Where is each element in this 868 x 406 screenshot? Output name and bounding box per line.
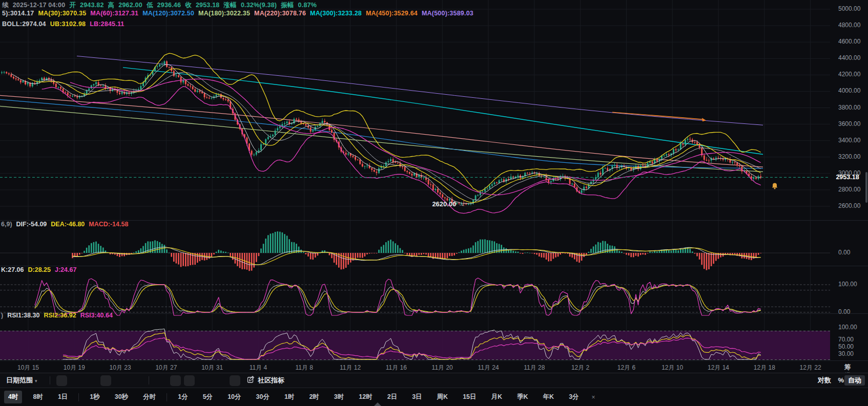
text-segment: 涨幅 xyxy=(223,2,236,9)
time-axis-label: 11月 20 xyxy=(432,364,453,372)
time-axis-label: 11月 16 xyxy=(386,364,407,372)
price-axis-label: 4200.00 xyxy=(838,71,860,78)
rsi-values-label: )RSI1:38.30RSI2:36.92RSI3:40.64 xyxy=(1,312,117,319)
trend-line-MA450 xyxy=(612,112,703,119)
price-axis-label: 4800.00 xyxy=(838,22,860,29)
text-segment: MA(60):3127.31 xyxy=(90,10,138,17)
price-axis-label: 2800.00 xyxy=(838,186,860,193)
timeframe-button-分时[interactable]: 分时 xyxy=(139,391,160,403)
macd-layer xyxy=(72,231,761,271)
text-segment: RSI2:36.92 xyxy=(44,312,76,319)
log-scale-button[interactable]: 对数 xyxy=(818,373,831,388)
timeframe-button-4时[interactable]: 4时 xyxy=(4,391,22,403)
text-segment: 5):3014.17 xyxy=(2,10,34,17)
text-segment: 收 xyxy=(185,2,192,9)
time-axis-label: 10月 31 xyxy=(201,364,223,372)
toolbar-icon-placeholder[interactable] xyxy=(170,375,181,386)
text-segment: J:24.67 xyxy=(55,266,76,273)
time-axis-label: 10月 27 xyxy=(155,364,177,372)
time-axis-label: 12月 18 xyxy=(754,364,775,372)
indicator-axis-label: 30.00 xyxy=(838,350,854,357)
text-segment: DEA:-46.80 xyxy=(51,221,85,228)
timeframe-button-周K[interactable]: 周K xyxy=(433,391,452,403)
timeframe-button-×[interactable]: × xyxy=(590,392,597,403)
text-segment: UB:3102.98 xyxy=(50,20,86,28)
ma-info-line: 5):3014.17MA(30):3070.35MA(60):3127.31MA… xyxy=(2,10,478,17)
text-segment: MA(120):3072.50 xyxy=(142,10,194,17)
indicator-axis-label: 0.00 xyxy=(838,249,850,256)
annotation-layer: 2620.00 → xyxy=(432,200,465,208)
time-axis-label: 12月 2 xyxy=(571,364,589,372)
chart-canvas[interactable]: 2620.00 → xyxy=(0,0,868,373)
timeframe-button-2日[interactable]: 2日 xyxy=(383,391,401,403)
percent-scale-button[interactable]: % xyxy=(838,373,844,388)
timeframe-button-2时[interactable]: 2时 xyxy=(305,391,323,403)
date-range-button[interactable]: 日期范围▾ xyxy=(6,373,37,388)
indicator-axis-label: 100.00 xyxy=(838,324,857,331)
timeframe-divider xyxy=(167,393,167,401)
text-segment: 6,9) xyxy=(1,221,12,228)
timeframe-button-3分[interactable]: 3分 xyxy=(565,391,583,403)
text-segment: MACD:-14.58 xyxy=(89,221,128,228)
toolbar-icon-placeholder[interactable] xyxy=(100,375,111,386)
text-segment: 低 xyxy=(147,2,153,9)
timeframe-button-30分[interactable]: 30分 xyxy=(252,391,274,403)
timeframe-button-1时[interactable]: 1时 xyxy=(280,391,298,403)
low-price-annotation: 2620.00 → xyxy=(432,200,465,208)
kdj-layer xyxy=(35,278,761,315)
timeframe-button-8时[interactable]: 8时 xyxy=(29,391,47,403)
toolbar-row: 日期范围▾ 社区指标 对数 % 自动 xyxy=(0,373,868,388)
boll-info-line: BOLL:2974.04UB:3102.98LB:2845.11 xyxy=(2,20,129,28)
timeframe-button-季K[interactable]: 季K xyxy=(513,391,532,403)
timeframe-button-12时[interactable]: 12时 xyxy=(355,391,376,403)
trend-lines-layer xyxy=(0,56,763,172)
alert-bell-icon[interactable] xyxy=(771,182,778,191)
text-segment: 2943.82 xyxy=(80,2,104,9)
timeframe-button-15日[interactable]: 15日 xyxy=(459,391,480,403)
text-segment: MA(300):3233.28 xyxy=(310,10,362,17)
text-segment: MA(450):3529.64 xyxy=(366,10,418,17)
timeframe-button-5分[interactable]: 5分 xyxy=(199,391,217,403)
text-segment: 续 xyxy=(2,2,9,9)
text-segment: RSI3:40.64 xyxy=(80,312,113,319)
timeframe-button-1日[interactable]: 1日 xyxy=(54,391,72,403)
timeframe-button-3日[interactable]: 3日 xyxy=(408,391,426,403)
axis-scrollbar-thumb[interactable] xyxy=(865,172,867,203)
text-segment: D:28.25 xyxy=(28,266,50,273)
price-axis-label: 3200.00 xyxy=(838,153,860,160)
price-axis-label: 3600.00 xyxy=(838,120,860,127)
timeframe-button-1秒[interactable]: 1秒 xyxy=(86,391,104,403)
trend-line-MA120 xyxy=(0,99,763,168)
timeframe-button-10分[interactable]: 10分 xyxy=(223,391,245,403)
price-axis-label: 4600.00 xyxy=(838,38,860,45)
timeframe-button-3时[interactable]: 3时 xyxy=(330,391,348,403)
text-segment: RSI1:38.30 xyxy=(7,312,39,319)
text-segment: BOLL:2974.04 xyxy=(2,20,46,28)
toolbar-icon-placeholder[interactable] xyxy=(184,375,195,386)
edit-icon xyxy=(247,376,255,386)
timeframe-button-30秒[interactable]: 30秒 xyxy=(111,391,132,403)
price-axis-label: 3400.00 xyxy=(838,137,860,144)
price-axis-label: 4400.00 xyxy=(838,54,860,61)
timeframe-button-月K[interactable]: 月K xyxy=(487,391,507,403)
price-axis-label: 5000.00 xyxy=(838,5,860,12)
text-segment: K:27.06 xyxy=(1,266,24,273)
text-segment: DIF:-54.09 xyxy=(16,221,47,228)
timeframe-button-年K[interactable]: 年K xyxy=(539,391,559,403)
text-segment: 2936.46 xyxy=(157,2,181,9)
text-segment: 0.32%(9.38) xyxy=(241,2,277,9)
timeframe-divider xyxy=(78,393,79,401)
auto-scale-button[interactable]: 自动 xyxy=(844,375,865,386)
time-axis-label: 11月 4 xyxy=(250,364,267,372)
timeframe-bar: 4时8时1日1秒30秒分时1分5分10分30分1时2时3时12时2日3日周K15… xyxy=(0,388,868,406)
text-segment: MA(30):3070.35 xyxy=(38,10,86,17)
time-axis-label: 10月 15 xyxy=(17,364,39,372)
community-indicator-button[interactable]: 社区指标 xyxy=(247,373,284,388)
text-segment: LB:2845.11 xyxy=(90,20,124,28)
time-axis-label: 11月 8 xyxy=(296,364,313,372)
time-axis-label: 10月 23 xyxy=(110,364,131,372)
toolbar-icon-placeholder[interactable] xyxy=(230,375,240,386)
timeframe-button-1分[interactable]: 1分 xyxy=(174,391,192,403)
toolbar-icon-placeholder[interactable] xyxy=(56,375,67,386)
time-axis-label: 11月 28 xyxy=(524,364,545,372)
